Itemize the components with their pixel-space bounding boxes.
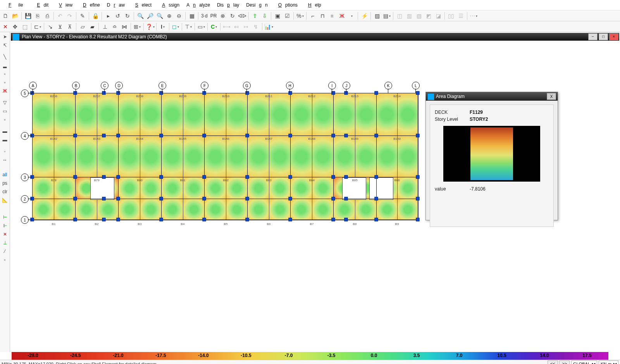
joint-node[interactable]	[203, 197, 206, 201]
shell-panel[interactable]	[140, 177, 162, 199]
run-icon[interactable]: ▸	[103, 11, 113, 21]
menu-define[interactable]: Define	[76, 2, 103, 9]
slab3-icon[interactable]: ▫	[1, 116, 9, 124]
joint-node[interactable]	[74, 91, 77, 95]
shell-panel[interactable]	[183, 136, 205, 178]
dim-icon[interactable]: ↔	[1, 156, 9, 164]
zoom-prev-icon[interactable]: 🔍	[155, 11, 164, 21]
zoom-in-icon[interactable]: ⊕	[165, 11, 174, 21]
joint-node[interactable]	[344, 134, 348, 137]
joint-node[interactable]	[332, 175, 335, 179]
shell-panel[interactable]	[269, 93, 291, 136]
view-maximize[interactable]: □	[599, 33, 608, 40]
new-icon[interactable]: 🗋	[1, 11, 10, 21]
shell-panel[interactable]	[397, 199, 419, 220]
joint-node[interactable]	[332, 197, 335, 201]
object-icon[interactable]: ▣	[273, 11, 282, 21]
joint-node[interactable]	[160, 91, 163, 95]
shell-panel[interactable]	[226, 199, 248, 220]
c-drop[interactable]: C	[209, 22, 219, 31]
design4-icon[interactable]: ◩	[424, 11, 433, 21]
t-drop[interactable]: ⊤	[184, 22, 193, 31]
box-drop[interactable]: ◻	[171, 22, 180, 31]
shell-panel[interactable]	[333, 136, 356, 178]
area-diagram-dialog[interactable]: Area Diagram X DECKF1129 Story LevelSTOR…	[425, 92, 558, 220]
shell-panel[interactable]	[397, 136, 419, 178]
shell-panel[interactable]	[140, 199, 162, 220]
shell-panel[interactable]	[140, 136, 162, 178]
sel-drop[interactable]: ⊏	[33, 22, 42, 31]
joint-node[interactable]	[416, 91, 420, 95]
save-icon[interactable]: 💾	[23, 11, 33, 21]
shell-panel[interactable]	[397, 177, 419, 199]
area1-icon[interactable]: ▱	[78, 22, 87, 31]
shell-panel[interactable]	[333, 93, 356, 136]
results-dropdown[interactable]: ▤	[382, 11, 391, 21]
assign1-icon[interactable]: ⊥	[100, 22, 110, 31]
design2-icon[interactable]: ▥	[405, 11, 414, 21]
plan-canvas[interactable]: B206B207B208B209B210B211B212B213B214B142…	[11, 41, 619, 351]
export-icon[interactable]: ⎘	[33, 11, 42, 21]
menu-options[interactable]: Options	[271, 2, 301, 9]
wall2-icon[interactable]: ▬	[1, 136, 9, 144]
pr-button[interactable]: PR	[209, 13, 218, 19]
shell-panel[interactable]	[312, 177, 334, 199]
slab2-icon[interactable]: ▭	[1, 107, 9, 115]
brace-x-icon[interactable]: Ж	[1, 87, 9, 95]
help-icon[interactable]: ❓	[145, 22, 155, 31]
shell-panel[interactable]	[226, 93, 248, 136]
rotate-icon[interactable]: ↺	[113, 11, 122, 21]
snap-mid-icon[interactable]: ⊩	[1, 222, 9, 230]
joint-node[interactable]	[246, 218, 249, 221]
joint-node[interactable]	[246, 197, 249, 201]
shell-panel[interactable]	[97, 93, 119, 136]
chart-drop[interactable]: 📊	[264, 22, 273, 31]
joint-node[interactable]	[203, 218, 206, 221]
shell-panel[interactable]	[269, 177, 291, 199]
shell-panel[interactable]	[54, 93, 76, 136]
design5-icon[interactable]: ◪	[434, 11, 443, 21]
status-prev[interactable]: <<	[548, 361, 558, 364]
joint-node[interactable]	[74, 197, 77, 201]
area2-icon[interactable]: ▰	[88, 22, 97, 31]
shell-panel[interactable]	[290, 199, 313, 220]
joint-node[interactable]	[160, 197, 163, 201]
menu-help[interactable]: Help	[301, 2, 325, 9]
col-icon[interactable]: ▫	[1, 70, 9, 78]
shell-panel[interactable]	[312, 136, 334, 178]
frame2-icon[interactable]: ⊓	[318, 11, 327, 21]
joint-node[interactable]	[117, 91, 120, 95]
frame1-icon[interactable]: ⌐	[308, 11, 317, 21]
percent-dropdown[interactable]: %	[295, 11, 305, 21]
i-drop[interactable]: I	[158, 22, 167, 31]
shell-panel[interactable]	[75, 93, 98, 136]
joint-node[interactable]	[246, 175, 249, 179]
dim2-icon[interactable]: ↤	[232, 22, 241, 31]
menu-file[interactable]: File	[2, 2, 30, 9]
analyze-run-icon[interactable]: ⚡	[360, 11, 369, 21]
coord-select[interactable]: GLOBAL	[571, 361, 597, 364]
shell-panel[interactable]	[355, 199, 377, 220]
shell-panel[interactable]	[140, 93, 162, 136]
joint-node[interactable]	[117, 218, 120, 221]
assign2-icon[interactable]: ≏	[110, 22, 119, 31]
joint-node[interactable]	[203, 134, 206, 137]
sel-move-icon[interactable]: ✥	[10, 22, 20, 31]
shell-panel[interactable]	[118, 93, 141, 136]
shell-panel[interactable]	[32, 199, 55, 220]
shell-panel[interactable]	[376, 199, 398, 220]
shell-panel[interactable]	[118, 199, 141, 220]
shell-panel[interactable]	[54, 199, 76, 220]
design1-icon[interactable]: ◫	[395, 11, 404, 21]
units-select[interactable]: KN-m	[599, 361, 618, 364]
zoom-extent-icon[interactable]: 🔎	[145, 11, 155, 21]
menu-edit[interactable]: Edit	[30, 2, 52, 9]
view-close[interactable]: ×	[609, 33, 618, 40]
shell-panel[interactable]	[183, 93, 205, 136]
snap-end-icon[interactable]: ⊢	[1, 213, 9, 221]
line-icon[interactable]: ╲	[1, 53, 9, 61]
shell-panel[interactable]	[204, 199, 227, 220]
shell-panel[interactable]	[97, 136, 119, 178]
menu-draw[interactable]: Draw	[103, 2, 128, 9]
joint-node[interactable]	[289, 175, 292, 179]
